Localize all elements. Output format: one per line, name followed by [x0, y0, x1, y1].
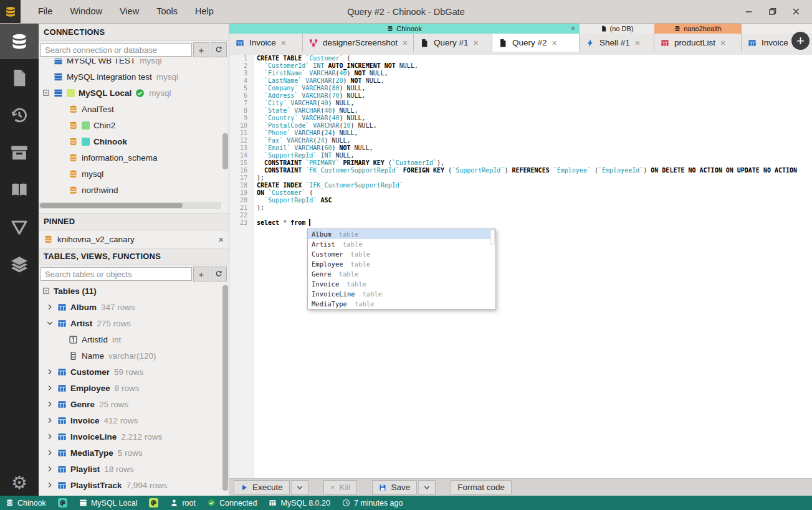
autocomplete-item[interactable]: Employeetable [308, 259, 495, 269]
window-restore-button[interactable] [766, 6, 778, 18]
autocomplete-item[interactable]: Invoicetable [308, 279, 495, 289]
menu-tools[interactable]: Tools [149, 0, 185, 23]
tab-shell-1[interactable]: Shell #1× [580, 34, 654, 52]
table-item[interactable]: Playlist18 rows [39, 461, 229, 477]
objects-search-input[interactable] [41, 267, 192, 281]
table-item[interactable]: Invoice412 rows [39, 412, 229, 428]
tree-root-item[interactable]: Tables (11) [39, 283, 229, 299]
rail-book-button[interactable] [0, 171, 39, 209]
table-item[interactable]: Customer59 rows [39, 364, 229, 380]
tab-query-1[interactable]: Query #1× [414, 34, 492, 52]
chevron-right-icon[interactable] [46, 417, 57, 424]
autocomplete-scroll-thumb[interactable] [490, 230, 495, 245]
rail-layers-button[interactable] [0, 246, 39, 283]
collapse-icon[interactable] [42, 89, 54, 97]
close-tab-icon[interactable]: × [720, 38, 725, 48]
refresh-objects-button[interactable] [211, 267, 227, 281]
tab-group--no-db-[interactable]: (no DB) [580, 24, 654, 34]
chevron-right-icon[interactable] [46, 481, 57, 489]
chevron-right-icon[interactable] [46, 384, 57, 392]
close-tab-icon[interactable]: × [552, 38, 557, 48]
connection-item[interactable]: MYSQL WB TESTmysql [39, 59, 229, 68]
database-item[interactable]: information_schema [39, 149, 229, 166]
tab-designerscreenshot[interactable]: designerScreenshot× [303, 34, 414, 52]
close-tab-icon[interactable]: × [403, 38, 408, 48]
connection-item[interactable]: MySQL Localmysql [39, 85, 229, 101]
database-item[interactable]: Chinook [39, 133, 229, 149]
chevron-right-icon[interactable] [46, 368, 57, 375]
rail-database-button[interactable] [0, 24, 39, 59]
window-close-button[interactable] [790, 6, 802, 18]
close-group-icon[interactable]: × [571, 24, 575, 34]
connections-hscroll[interactable] [39, 202, 221, 209]
column-item[interactable]: ArtistIdint [39, 331, 229, 347]
database-item[interactable]: northwind [39, 182, 229, 198]
color-swatch-button[interactable] [149, 498, 158, 508]
save-button[interactable]: Save [372, 480, 417, 494]
chevron-right-icon[interactable] [46, 400, 57, 408]
autocomplete-item[interactable]: Customertable [308, 249, 495, 259]
autocomplete-item[interactable]: Artisttable [308, 239, 495, 249]
database-item[interactable]: Chin2 [39, 117, 229, 133]
autocomplete-item[interactable]: Genretable [308, 269, 495, 279]
kill-button[interactable]: ×Kill [323, 480, 358, 494]
sql-editor[interactable]: 1234567891011121314151617181920212223 CR… [229, 52, 812, 478]
tab-group-chinook[interactable]: Chinook× [229, 24, 580, 34]
close-tab-icon[interactable]: × [281, 38, 286, 48]
new-tab-button[interactable]: + [791, 32, 810, 50]
table-item[interactable]: MediaType5 rows [39, 445, 229, 461]
autocomplete-item[interactable]: MediaTypetable [308, 299, 495, 309]
rail-funnel-button[interactable] [0, 209, 39, 246]
table-item[interactable]: InvoiceLine2,212 rows [39, 428, 229, 445]
execute-dropdown-button[interactable] [291, 480, 308, 494]
tab-group-nano2health[interactable]: nano2health [654, 24, 742, 34]
format-code-button[interactable]: Format code [451, 480, 512, 494]
menu-view[interactable]: View [112, 0, 146, 23]
menu-window[interactable]: Window [62, 0, 110, 23]
pinned-item[interactable]: knihovna_v2_canary× [39, 230, 229, 248]
status-root[interactable]: root [170, 499, 196, 508]
database-item[interactable]: mysql [39, 166, 229, 182]
chevron-right-icon[interactable] [46, 303, 57, 311]
status-chinook[interactable]: Chinook [6, 499, 46, 508]
table-item[interactable]: PlaylistTrack7,994 rows [39, 477, 229, 493]
chevron-down-icon[interactable] [46, 319, 57, 327]
window-minimize-button[interactable] [742, 6, 755, 18]
chevron-right-icon[interactable] [46, 449, 57, 456]
table-item[interactable]: Employee8 rows [39, 380, 229, 396]
unpin-close-icon[interactable]: × [218, 234, 224, 245]
add-object-button[interactable]: + [193, 267, 209, 281]
rail-file-button[interactable] [0, 59, 39, 97]
rail-archive-button[interactable] [0, 134, 39, 171]
connection-item[interactable]: MySQL integration testmysql [39, 68, 229, 85]
close-tab-icon[interactable]: × [635, 38, 640, 48]
tab-query-2[interactable]: Query #2× [492, 34, 580, 52]
menu-help[interactable]: Help [188, 0, 221, 23]
rail-history-button[interactable] [0, 97, 39, 134]
refresh-connections-button[interactable] [211, 42, 227, 57]
table-item[interactable]: Genre25 rows [39, 396, 229, 412]
connections-search-input[interactable] [41, 43, 192, 57]
database-item[interactable]: AnalTest [39, 101, 229, 117]
chevron-right-icon[interactable] [46, 465, 57, 473]
menu-file[interactable]: File [31, 0, 60, 23]
color-swatch-button[interactable] [58, 498, 67, 508]
autocomplete-item[interactable]: Albumtable [308, 229, 495, 239]
group-label: Chinook [396, 25, 421, 32]
save-dropdown-button[interactable] [418, 480, 436, 494]
connections-vscroll-thumb[interactable] [222, 133, 228, 169]
table-item[interactable]: Artist275 rows [39, 315, 229, 331]
table-item[interactable]: Album347 rows [39, 299, 229, 315]
objects-vscroll-thumb[interactable] [222, 285, 228, 491]
column-item[interactable]: Namevarchar(120) [39, 347, 229, 364]
settings-button[interactable]: ⚙ [0, 474, 39, 492]
collapse-icon[interactable] [42, 287, 54, 295]
execute-button[interactable]: Execute [234, 480, 290, 494]
tab-productlist[interactable]: productList× [654, 34, 742, 52]
tab-invoice[interactable]: Invoice× [229, 34, 303, 52]
autocomplete-item[interactable]: InvoiceLinetable [308, 289, 495, 299]
close-tab-icon[interactable]: × [474, 38, 479, 48]
status-mysql-local[interactable]: MySQL Local [79, 499, 138, 508]
chevron-right-icon[interactable] [46, 433, 57, 440]
add-connection-button[interactable]: + [193, 42, 209, 57]
